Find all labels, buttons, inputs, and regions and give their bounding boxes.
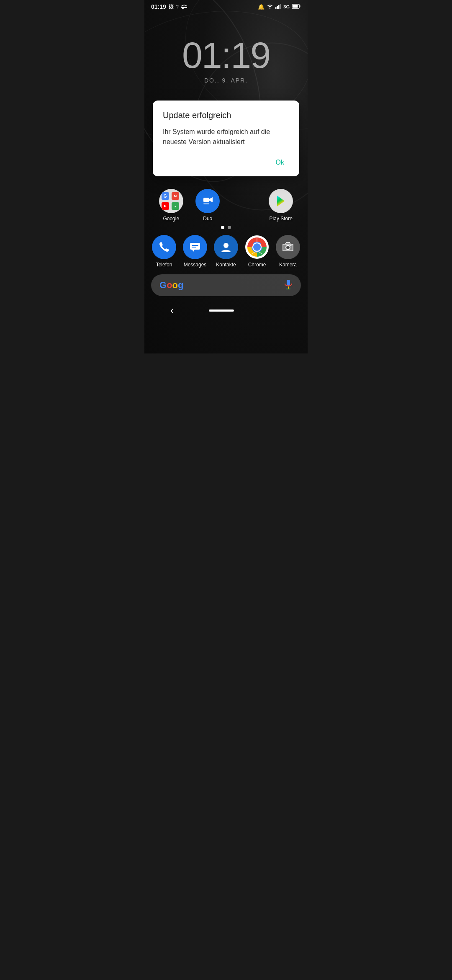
app-contacts[interactable]: Kontakte bbox=[211, 235, 241, 268]
microphone-icon[interactable] bbox=[284, 279, 293, 291]
dialog-ok-button[interactable]: Ok bbox=[271, 155, 289, 170]
bell-icon: 🔔 bbox=[258, 4, 265, 10]
svg-point-29 bbox=[290, 245, 292, 246]
chrome-icon-wrapper bbox=[245, 235, 269, 259]
cast-icon bbox=[181, 4, 187, 10]
app-messages[interactable]: Messages bbox=[180, 235, 210, 268]
signal-bars-icon bbox=[275, 4, 281, 10]
svg-marker-17 bbox=[192, 250, 195, 252]
clock-time: 01:19 bbox=[144, 37, 308, 74]
back-button[interactable]: ‹ bbox=[170, 304, 174, 316]
svg-rect-16 bbox=[192, 247, 196, 248]
google-label: Google bbox=[163, 216, 179, 222]
dialog-body: Ihr System wurde erfolgreich auf die neu… bbox=[163, 127, 289, 147]
nav-bar: ‹ bbox=[144, 300, 308, 323]
app-duo[interactable]: Duo bbox=[193, 189, 223, 222]
status-left: 01:19 🖼 ? bbox=[151, 3, 187, 10]
svg-rect-9 bbox=[293, 5, 298, 8]
contacts-icon-wrapper bbox=[214, 235, 238, 259]
app-playstore[interactable]: Play Store bbox=[266, 189, 296, 222]
playstore-label: Play Store bbox=[270, 216, 293, 222]
image-icon: 🖼 bbox=[169, 4, 174, 10]
dot-1 bbox=[221, 226, 224, 229]
clock-date: DO., 9. APR. bbox=[144, 77, 308, 84]
clock-section: 01:19 DO., 9. APR. bbox=[144, 12, 308, 92]
update-dialog: Update erfolgreich Ihr System wurde erfo… bbox=[153, 101, 299, 176]
dialog-title: Update erfolgreich bbox=[163, 111, 289, 120]
app-phone[interactable]: Telefon bbox=[149, 235, 179, 268]
chrome-label: Chrome bbox=[248, 262, 266, 268]
google-g-logo: Goog bbox=[159, 280, 183, 291]
svg-rect-5 bbox=[278, 5, 280, 9]
svg-marker-13 bbox=[277, 196, 285, 206]
status-bar: 01:19 🖼 ? 🔔 bbox=[144, 0, 308, 12]
svg-rect-10 bbox=[203, 198, 209, 202]
svg-rect-30 bbox=[287, 280, 290, 286]
dock: Telefon Messages Kontakte bbox=[144, 235, 308, 268]
svg-point-23 bbox=[253, 243, 261, 251]
duo-icon-wrapper bbox=[195, 189, 220, 213]
phone-icon-wrapper bbox=[152, 235, 176, 259]
svg-rect-8 bbox=[300, 5, 300, 8]
svg-point-18 bbox=[223, 243, 229, 248]
google-icon-wrapper: G M ▶ ▲ bbox=[159, 189, 183, 213]
battery-icon bbox=[292, 4, 301, 10]
app-camera[interactable]: Kamera bbox=[273, 235, 303, 268]
pagination-dots bbox=[153, 226, 299, 229]
wifi-icon bbox=[267, 4, 273, 10]
svg-rect-15 bbox=[192, 245, 198, 246]
dot-2 bbox=[228, 226, 231, 229]
svg-point-28 bbox=[287, 247, 289, 249]
svg-rect-3 bbox=[275, 7, 277, 9]
apps-section: G M ▶ ▲ Google Duo bbox=[144, 176, 308, 229]
playstore-icon-wrapper bbox=[269, 189, 293, 213]
search-bar[interactable]: Goog bbox=[151, 274, 301, 296]
svg-rect-6 bbox=[280, 4, 281, 9]
messages-label: Messages bbox=[184, 262, 207, 268]
svg-rect-0 bbox=[181, 7, 187, 8]
contacts-label: Kontakte bbox=[216, 262, 236, 268]
dock-row: Telefon Messages Kontakte bbox=[149, 235, 303, 268]
status-time: 01:19 bbox=[151, 3, 166, 10]
status-right: 🔔 3G bbox=[258, 4, 301, 10]
home-pill[interactable] bbox=[209, 309, 234, 312]
app-google[interactable]: G M ▶ ▲ Google bbox=[156, 189, 186, 222]
camera-icon-wrapper bbox=[276, 235, 300, 259]
app-chrome[interactable]: Chrome bbox=[242, 235, 272, 268]
top-app-row: G M ▶ ▲ Google Duo bbox=[153, 189, 299, 222]
camera-label: Kamera bbox=[279, 262, 297, 268]
svg-rect-14 bbox=[190, 243, 200, 250]
svg-rect-1 bbox=[182, 8, 184, 9]
dialog-actions: Ok bbox=[163, 155, 289, 170]
duo-label: Duo bbox=[203, 216, 212, 222]
network-3g-icon: 3G bbox=[283, 4, 290, 9]
search-bar-section: Goog bbox=[144, 268, 308, 300]
messages-icon-wrapper bbox=[183, 235, 207, 259]
svg-rect-12 bbox=[203, 203, 209, 204]
svg-marker-11 bbox=[209, 197, 213, 202]
svg-point-2 bbox=[270, 8, 270, 8]
svg-rect-4 bbox=[277, 6, 278, 9]
phone-label: Telefon bbox=[156, 262, 172, 268]
signal-question-icon: ? bbox=[176, 4, 179, 9]
